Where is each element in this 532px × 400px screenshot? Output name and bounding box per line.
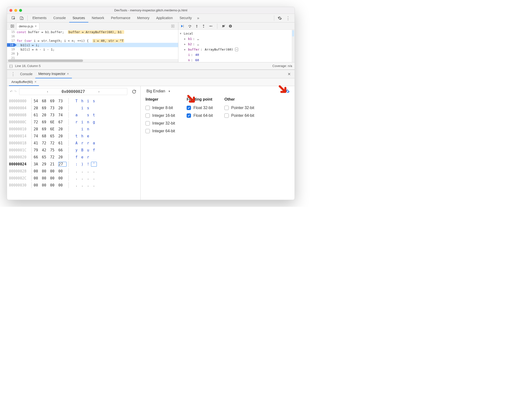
- hex-ascii[interactable]: g: [91, 120, 97, 124]
- type-checkbox[interactable]: Float 64-bit: [187, 112, 213, 119]
- hex-ascii[interactable]: .: [85, 176, 91, 180]
- hex-ascii[interactable]: :: [74, 162, 79, 166]
- type-checkbox[interactable]: Integer 32-bit: [145, 119, 175, 127]
- hex-byte[interactable]: 00: [34, 169, 42, 173]
- hex-row[interactable]: 000000243A292127:)!': [9, 161, 138, 168]
- scope-variables[interactable]: ▼Local▶b1: …▶b2: …▶buffer: ArrayBuffer(6…: [178, 30, 295, 62]
- resume-icon[interactable]: [180, 24, 185, 28]
- drawer-tab-console[interactable]: Console: [17, 70, 35, 78]
- hex-row[interactable]: 0000000420697320 is: [9, 104, 138, 111]
- hex-byte[interactable]: 00: [58, 169, 67, 173]
- hex-ascii[interactable]: n: [85, 120, 91, 124]
- code-line[interactable]: 18 b1[i] = i;: [7, 43, 178, 47]
- endianness-select[interactable]: Big Endian: [145, 89, 166, 94]
- hex-ascii[interactable]: A: [74, 141, 79, 145]
- hex-ascii[interactable]: .: [74, 183, 79, 187]
- hex-ascii[interactable]: B: [79, 148, 85, 152]
- hex-byte[interactable]: 00: [42, 183, 50, 187]
- hex-ascii[interactable]: .: [79, 176, 85, 180]
- code-editor[interactable]: 15const buffer = b1.buffer; buffer = Arr…: [7, 30, 178, 59]
- hex-row[interactable]: 0000003000000000....: [9, 182, 138, 189]
- checkbox-icon[interactable]: [187, 106, 191, 110]
- hex-row[interactable]: 0000001020696E20 in: [9, 126, 138, 133]
- hex-ascii[interactable]: f: [91, 148, 97, 152]
- hex-byte[interactable]: 67: [58, 120, 67, 124]
- checkbox-icon[interactable]: [224, 106, 229, 110]
- hex-ascii[interactable]: .: [85, 169, 91, 173]
- navigator-toggle-icon[interactable]: [8, 23, 16, 30]
- hex-ascii[interactable]: .: [79, 169, 85, 173]
- scope-variable[interactable]: n: 60: [180, 57, 293, 62]
- hex-byte[interactable]: 00: [50, 176, 58, 180]
- hex-ascii[interactable]: .: [91, 183, 97, 187]
- drawer-kebab-icon[interactable]: ⋮: [9, 70, 17, 78]
- hex-ascii[interactable]: t: [74, 134, 79, 138]
- hex-ascii[interactable]: .: [79, 183, 85, 187]
- hex-byte[interactable]: 20: [58, 155, 67, 159]
- hex-row[interactable]: 0000001841727261Arra: [9, 140, 138, 147]
- checkbox-icon[interactable]: [145, 129, 150, 133]
- hex-byte[interactable]: 6E: [50, 127, 58, 131]
- history-forward-icon[interactable]: ↷: [14, 90, 17, 93]
- address-prev-icon[interactable]: ‹: [45, 89, 50, 94]
- hex-ascii[interactable]: i: [85, 99, 91, 103]
- drawer-tab-memory-inspector[interactable]: Memory Inspector ✕: [35, 70, 72, 78]
- scope-variable[interactable]: ▶b2: …: [180, 41, 293, 47]
- tab-application[interactable]: Application: [153, 14, 176, 22]
- device-toggle-icon[interactable]: [18, 15, 26, 22]
- hex-ascii[interactable]: .: [91, 176, 97, 180]
- hex-byte[interactable]: 61: [58, 141, 67, 145]
- file-tab-demo-js[interactable]: demo-js.js ✕: [16, 23, 39, 30]
- more-tabs-icon[interactable]: »: [195, 15, 201, 22]
- close-icon[interactable]: ✕: [35, 25, 37, 28]
- hex-row[interactable]: 0000002800000000....: [9, 168, 138, 175]
- hex-byte[interactable]: 69: [42, 127, 50, 131]
- hex-ascii[interactable]: s: [91, 99, 97, 103]
- hex-byte[interactable]: 20: [58, 106, 67, 110]
- hex-ascii[interactable]: e: [85, 134, 91, 138]
- hex-byte[interactable]: 72: [34, 120, 42, 124]
- scope-header[interactable]: ▼Local: [180, 31, 293, 36]
- code-line[interactable]: 19 b2[i] = n - i - 1;: [7, 47, 178, 52]
- tab-network[interactable]: Network: [88, 14, 107, 22]
- hex-byte[interactable]: 00: [50, 169, 58, 173]
- address-next-icon[interactable]: ›: [96, 89, 102, 94]
- code-line[interactable]: 15const buffer = b1.buffer; buffer = Arr…: [7, 30, 178, 34]
- hex-ascii[interactable]: ': [91, 162, 97, 167]
- hex-ascii[interactable]: r: [85, 141, 91, 145]
- hex-byte[interactable]: 00: [58, 183, 67, 187]
- tab-sources[interactable]: Sources: [69, 14, 88, 22]
- hex-ascii[interactable]: r: [85, 155, 91, 159]
- hex-byte[interactable]: 54: [34, 99, 42, 103]
- tab-security[interactable]: Security: [176, 14, 195, 22]
- hex-ascii[interactable]: a: [91, 141, 97, 145]
- reveal-memory-icon[interactable]: ⋯: [235, 48, 238, 51]
- address-input[interactable]: [52, 88, 95, 95]
- refresh-icon[interactable]: [130, 88, 138, 95]
- hex-byte[interactable]: 73: [50, 113, 58, 117]
- checkbox-icon[interactable]: [145, 106, 150, 110]
- hex-row[interactable]: 0000001C79427566yBuf: [9, 147, 138, 154]
- scope-variable[interactable]: ▶buffer: ArrayBuffer(60)⋯: [180, 47, 293, 52]
- code-line[interactable]: 21: [7, 56, 178, 59]
- hex-byte[interactable]: 20: [58, 134, 67, 138]
- hex-byte[interactable]: 00: [34, 176, 42, 180]
- hex-ascii[interactable]: .: [91, 169, 97, 173]
- hex-byte[interactable]: 21: [50, 162, 58, 166]
- close-icon[interactable]: ✕: [67, 72, 69, 75]
- hex-ascii[interactable]: i: [79, 120, 85, 124]
- step-out-icon[interactable]: [202, 24, 205, 28]
- hex-row[interactable]: 0000000861207374a st: [9, 111, 138, 119]
- hex-byte[interactable]: 00: [50, 183, 58, 187]
- hex-byte[interactable]: 20: [42, 113, 50, 117]
- inspect-icon[interactable]: [9, 15, 18, 22]
- hex-byte[interactable]: 00: [42, 169, 50, 173]
- settings-icon[interactable]: [276, 15, 284, 22]
- tab-performance[interactable]: Performance: [107, 14, 134, 22]
- hex-ascii[interactable]: e: [79, 155, 85, 159]
- hex-byte[interactable]: 69: [42, 120, 50, 124]
- hex-byte[interactable]: 73: [50, 106, 58, 110]
- hex-ascii[interactable]: ): [79, 162, 85, 166]
- type-checkbox[interactable]: Integer 8-bit: [145, 104, 175, 112]
- hex-ascii[interactable]: .: [74, 169, 79, 173]
